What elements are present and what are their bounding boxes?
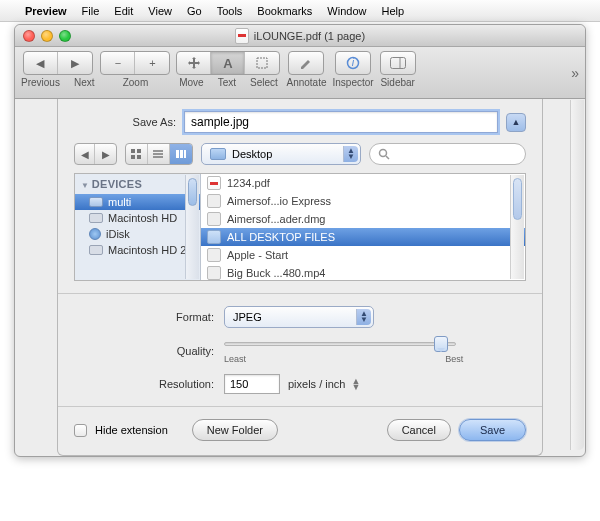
quality-slider[interactable]: Least Best: [224, 336, 526, 366]
folder-icon: [207, 230, 221, 244]
resolution-label: Resolution:: [74, 378, 224, 390]
list-view-button[interactable]: [148, 144, 170, 164]
file-row[interactable]: Apple - Start: [201, 246, 525, 264]
title-text: iLOUNGE.pdf (1 page): [254, 30, 365, 42]
svg-rect-5: [131, 149, 135, 153]
icon-view-button[interactable]: [126, 144, 148, 164]
file-browser: ▼ DEVICES multiMacintosh HDiDiskMacintos…: [74, 173, 526, 281]
location-popup[interactable]: Desktop ▲▼: [201, 143, 361, 165]
file-row[interactable]: ALL DESKTOP FILES▶: [201, 228, 525, 246]
folder-icon: [210, 148, 226, 160]
toolbar-overflow-icon[interactable]: »: [571, 65, 579, 81]
toolbar: ◀ ▶ Previous Next − + Zoom A: [15, 47, 585, 99]
menu-file[interactable]: File: [82, 5, 100, 17]
nav-group: ◀ ▶ Previous Next: [21, 51, 94, 88]
file-label: Apple - Start: [227, 249, 288, 261]
view-mode: [125, 143, 193, 165]
file-scroll-thumb[interactable]: [513, 178, 522, 220]
zoom-out-button[interactable]: −: [101, 52, 135, 74]
annotate-button[interactable]: [289, 52, 323, 74]
svg-rect-7: [131, 155, 135, 159]
cancel-button[interactable]: Cancel: [387, 419, 451, 441]
sidebar-item-macintosh-hd-2[interactable]: Macintosh HD 2: [75, 242, 200, 258]
previous-button[interactable]: ◀: [24, 52, 58, 74]
search-field[interactable]: [369, 143, 526, 165]
slider-thumb[interactable]: [434, 336, 448, 352]
file-column: 1234.pdfAimersof...io ExpressAimersof...…: [201, 174, 525, 280]
save-button[interactable]: Save: [459, 419, 526, 441]
menu-window[interactable]: Window: [327, 5, 366, 17]
text-label: Text: [218, 77, 236, 88]
menu-view[interactable]: View: [148, 5, 172, 17]
drive-icon: [89, 245, 103, 255]
sidebar-scrollbar[interactable]: [185, 175, 199, 279]
zoom-in-button[interactable]: +: [135, 52, 169, 74]
svg-rect-12: [176, 150, 179, 158]
sidebar-item-label: iDisk: [106, 228, 130, 240]
hide-extension-label[interactable]: Hide extension: [95, 424, 168, 436]
sidebar-scroll-thumb[interactable]: [188, 178, 197, 206]
resolution-input[interactable]: [224, 374, 280, 394]
divider: [58, 406, 542, 407]
svg-rect-0: [257, 58, 267, 68]
menu-bookmarks[interactable]: Bookmarks: [257, 5, 312, 17]
history-nav: ◀ ▶: [74, 143, 117, 165]
slider-track: [224, 342, 456, 346]
display-icon: [89, 197, 103, 207]
file-icon: [207, 194, 221, 208]
column-view-button[interactable]: [170, 144, 192, 164]
quality-least-label: Least: [224, 354, 246, 364]
forward-button[interactable]: ▶: [95, 144, 115, 164]
search-input[interactable]: [394, 148, 517, 160]
inspector-label: Inspector: [333, 77, 374, 88]
menu-go[interactable]: Go: [187, 5, 202, 17]
disclosure-toggle[interactable]: ▲: [506, 113, 526, 132]
file-row[interactable]: Aimersof...ader.dmg: [201, 210, 525, 228]
save-as-input[interactable]: [184, 111, 498, 133]
select-label: Select: [250, 77, 278, 88]
sidebar-item-macintosh-hd[interactable]: Macintosh HD: [75, 210, 200, 226]
app-menu[interactable]: Preview: [25, 5, 67, 17]
file-row[interactable]: Big Buck ...480.mp4: [201, 264, 525, 280]
menu-help[interactable]: Help: [381, 5, 404, 17]
back-button[interactable]: ◀: [75, 144, 95, 164]
globe-icon: [89, 228, 101, 240]
next-label: Next: [74, 77, 95, 88]
sidebar-item-label: Macintosh HD 2: [108, 244, 186, 256]
sidebar-toggle-button[interactable]: [381, 52, 415, 74]
file-label: 1234.pdf: [227, 177, 270, 189]
svg-rect-14: [184, 150, 186, 158]
file-row[interactable]: Aimersof...io Express: [201, 192, 525, 210]
file-label: Big Buck ...480.mp4: [227, 267, 325, 279]
save-sheet: Save As: ▲ ◀ ▶ Deskto: [57, 99, 543, 456]
window-scrollbar[interactable]: [570, 100, 584, 450]
resolution-unit: pixels / inch: [288, 378, 345, 390]
svg-line-16: [386, 156, 389, 159]
quality-label: Quality:: [74, 345, 224, 357]
new-folder-button[interactable]: New Folder: [192, 419, 278, 441]
hide-extension-checkbox[interactable]: [74, 424, 87, 437]
inspector-group: i Inspector: [333, 51, 374, 88]
divider: [58, 293, 542, 294]
popup-arrows-icon: ▲▼: [360, 311, 368, 323]
format-popup[interactable]: JPEG ▲▼: [224, 306, 374, 328]
move-tool[interactable]: [177, 52, 211, 74]
system-menubar: Preview File Edit View Go Tools Bookmark…: [0, 0, 600, 22]
sidebar-item-multi[interactable]: multi: [75, 194, 200, 210]
menu-tools[interactable]: Tools: [217, 5, 243, 17]
menu-edit[interactable]: Edit: [114, 5, 133, 17]
select-tool[interactable]: [245, 52, 279, 74]
sidebar-item-idisk[interactable]: iDisk: [75, 226, 200, 242]
window-titlebar[interactable]: iLOUNGE.pdf (1 page): [15, 25, 585, 47]
resolution-stepper[interactable]: ▲▼: [351, 378, 360, 390]
inspector-button[interactable]: i: [336, 52, 370, 74]
popup-arrows-icon: ▲▼: [347, 148, 355, 160]
file-icon: [207, 212, 221, 226]
text-tool[interactable]: A: [211, 52, 245, 74]
file-scrollbar[interactable]: [510, 175, 524, 279]
file-row[interactable]: 1234.pdf: [201, 174, 525, 192]
window-title: iLOUNGE.pdf (1 page): [15, 28, 585, 44]
next-button[interactable]: ▶: [58, 52, 92, 74]
sidebar-label: Sidebar: [380, 77, 414, 88]
drive-icon: [89, 213, 103, 223]
